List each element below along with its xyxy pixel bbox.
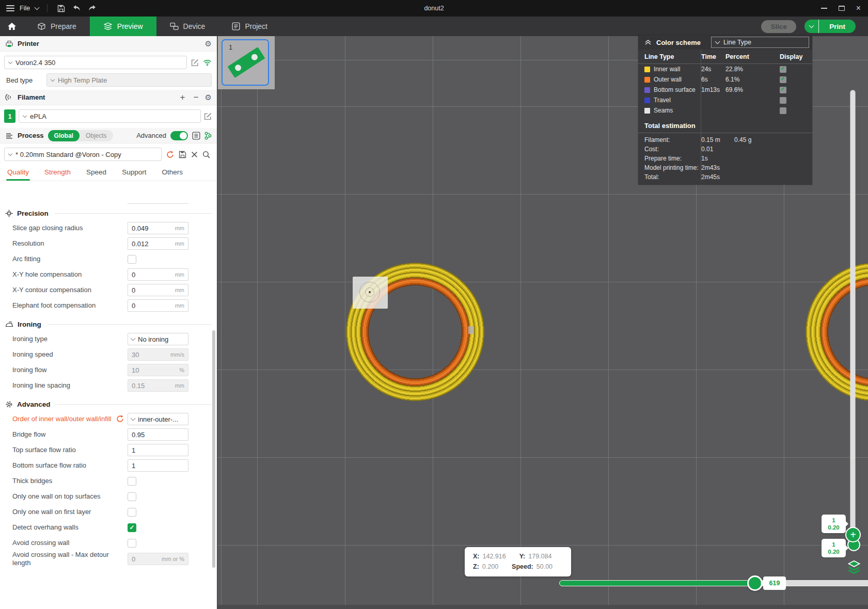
undo-icon[interactable]: [71, 4, 82, 13]
slice-button[interactable]: Slice: [761, 20, 796, 33]
checkbox-unchecked[interactable]: [128, 477, 136, 486]
hamburger-menu-icon[interactable]: [6, 5, 14, 11]
printer-select[interactable]: Voron2.4 350: [4, 56, 187, 69]
move-slider-value-badge: 619: [763, 576, 786, 590]
file-menu[interactable]: File: [20, 5, 30, 12]
collapse-panel-icon[interactable]: [644, 39, 652, 45]
process-tab-strength[interactable]: Strength: [44, 168, 71, 181]
setting-input: 0mm or %: [128, 553, 188, 565]
total-label: Cost:: [644, 146, 701, 153]
process-tab-support[interactable]: Support: [122, 168, 146, 181]
setting-row: Elephant foot compensation0mm: [0, 298, 217, 313]
filament-select[interactable]: ePLA: [19, 109, 201, 123]
preset-list-icon[interactable]: [192, 132, 200, 140]
setting-input[interactable]: 1: [128, 459, 188, 472]
checkbox-unchecked[interactable]: [128, 255, 136, 264]
view-mode-select[interactable]: Line Type: [711, 37, 809, 48]
save-icon[interactable]: [56, 4, 66, 13]
display-checkbox-unchecked[interactable]: [780, 107, 786, 114]
tab-prepare[interactable]: Prepare: [24, 17, 90, 36]
display-checkbox-checked[interactable]: [780, 87, 786, 93]
setting-select[interactable]: inner-outer-...: [128, 413, 188, 425]
tab-preview[interactable]: Preview: [90, 17, 156, 36]
process-tab-others[interactable]: Others: [162, 168, 183, 181]
process-preset-select[interactable]: * 0.20mm Standard @Voron - Copy: [4, 148, 162, 161]
search-icon[interactable]: [202, 151, 210, 158]
setting-input[interactable]: 0.95: [128, 428, 188, 441]
bed-type-select[interactable]: High Temp Plate: [46, 73, 212, 87]
filament-slot-badge[interactable]: 1: [4, 109, 15, 123]
process-preset-name: * 0.20mm Standard @Voron - Copy: [15, 151, 121, 158]
total-value-2: 0.45 g: [734, 136, 812, 143]
display-checkbox-checked[interactable]: [780, 66, 786, 73]
process-scope-toggle[interactable]: Global Objects: [48, 130, 113, 141]
setting-label: Ironing flow: [12, 366, 128, 374]
setting-input[interactable]: 0mm: [128, 284, 188, 296]
checkbox-unchecked[interactable]: [128, 539, 136, 548]
compare-presets-icon[interactable]: [204, 132, 212, 140]
checkbox-unchecked[interactable]: [128, 508, 136, 517]
line-type-name: Outer wall: [654, 76, 701, 83]
reset-setting-icon[interactable]: [116, 415, 124, 423]
total-row: Filament:0.15 m0.45 g: [638, 135, 812, 145]
home-button[interactable]: [0, 17, 24, 36]
process-tab-speed[interactable]: Speed: [86, 168, 106, 181]
chevron-down-icon[interactable]: [35, 5, 40, 10]
settings-scrollbar[interactable]: [212, 330, 215, 568]
setting-input[interactable]: 0mm: [128, 268, 188, 281]
input-value: 0.15: [132, 382, 175, 390]
setting-input[interactable]: 1: [128, 444, 188, 456]
minimize-button[interactable]: [821, 8, 827, 9]
delete-preset-icon[interactable]: [191, 151, 198, 158]
add-filament-button[interactable]: +: [178, 93, 187, 102]
process-tab-quality[interactable]: Quality: [7, 168, 29, 181]
print-dropdown-chevron-icon[interactable]: [804, 20, 819, 33]
chevron-down-icon: [51, 77, 55, 81]
setting-row: Only one wall on first layer: [0, 504, 217, 520]
edit-printer-icon[interactable]: [191, 59, 199, 67]
checkbox-checked[interactable]: [128, 523, 136, 532]
setting-label: Only one wall on top surfaces: [12, 492, 128, 501]
layers-view-button[interactable]: [847, 560, 861, 574]
save-preset-icon[interactable]: [179, 151, 186, 158]
group-title: Advanced: [17, 400, 51, 408]
reset-preset-icon[interactable]: [166, 151, 174, 158]
line-type-percent: 22.8%: [725, 66, 767, 73]
scope-objects[interactable]: Objects: [80, 130, 113, 141]
tab-project[interactable]: Project: [218, 17, 281, 36]
advanced-mode-toggle[interactable]: [170, 131, 188, 140]
wifi-connection-icon[interactable]: [203, 59, 212, 66]
settings-scroll-area[interactable]: PrecisionSlice gap closing radius0.049mm…: [0, 202, 217, 609]
maximize-button[interactable]: [839, 6, 845, 11]
setting-input[interactable]: 0.012mm: [128, 237, 188, 250]
setting-select[interactable]: No ironing: [128, 333, 188, 345]
close-button[interactable]: ×: [856, 4, 861, 12]
line-type-swatch: [644, 77, 650, 83]
setting-control: [128, 523, 188, 532]
display-checkbox-checked[interactable]: [780, 76, 786, 83]
move-slider-track[interactable]: [559, 580, 868, 586]
edit-filament-icon[interactable]: [204, 113, 212, 120]
tab-device[interactable]: Device: [156, 17, 219, 36]
print-button[interactable]: Print: [804, 20, 856, 33]
redo-icon[interactable]: [87, 4, 97, 13]
scope-global[interactable]: Global: [48, 130, 80, 141]
remove-filament-button[interactable]: −: [192, 93, 201, 102]
display-checkbox-unchecked[interactable]: [780, 97, 786, 104]
input-unit: %: [179, 367, 184, 373]
filament-settings-gear-icon[interactable]: ⚙: [205, 93, 212, 101]
setting-label: Only one wall on first layer: [12, 508, 128, 516]
sliced-donut-right[interactable]: [806, 263, 868, 401]
checkbox-unchecked[interactable]: [128, 492, 136, 501]
group-header-ironing: Ironing: [0, 313, 217, 331]
setting-input[interactable]: 0.049mm: [128, 222, 188, 234]
printer-settings-gear-icon[interactable]: ⚙: [205, 40, 212, 47]
plate-thumbnail[interactable]: 1: [222, 39, 269, 86]
layer-slider-track[interactable]: [850, 90, 855, 541]
col-line-type: Line Type: [644, 53, 701, 60]
sidebar: Printer ⚙ Voron2.4 350 Bed type High Tem…: [0, 36, 217, 609]
layer-slider-upper-handle[interactable]: +: [845, 527, 861, 542]
plate-list: 1: [218, 36, 275, 89]
select-value: No ironing: [138, 335, 168, 343]
setting-input[interactable]: 0mm: [128, 299, 188, 312]
